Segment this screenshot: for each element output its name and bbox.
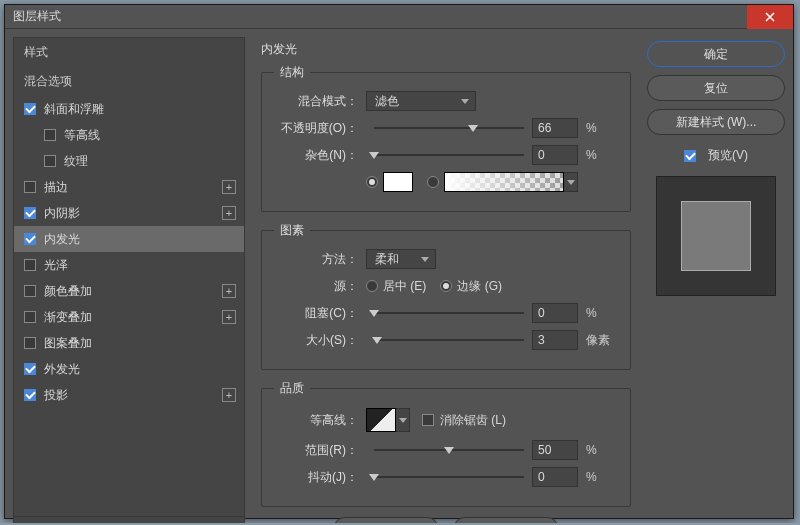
effect-checkbox[interactable] xyxy=(44,129,56,141)
reset-default-button[interactable]: 复位为默认值 xyxy=(453,517,559,523)
effect-checkbox[interactable] xyxy=(44,155,56,167)
sidebar-item-0[interactable]: 斜面和浮雕 xyxy=(14,96,244,122)
noise-slider[interactable] xyxy=(374,145,524,165)
sidebar-item-10[interactable]: 外发光 xyxy=(14,356,244,382)
effect-checkbox[interactable] xyxy=(24,285,36,297)
size-label: 大小(S)： xyxy=(274,332,366,349)
source-edge-radio[interactable]: 边缘 (G) xyxy=(440,278,502,295)
layer-style-dialog: 图层样式 样式 混合选项 斜面和浮雕等高线纹理描边+内阴影+内发光光泽颜色叠加+… xyxy=(4,4,794,519)
contour-label: 等高线： xyxy=(274,412,366,429)
effect-label: 光泽 xyxy=(44,257,236,274)
cancel-button[interactable]: 复位 xyxy=(647,75,785,101)
effect-label: 图案叠加 xyxy=(44,335,236,352)
sidebar-item-9[interactable]: 图案叠加 xyxy=(14,330,244,356)
add-effect-icon[interactable]: + xyxy=(222,284,236,298)
noise-label: 杂色(N)： xyxy=(274,147,366,164)
choke-label: 阻塞(C)： xyxy=(274,305,366,322)
preview-checkbox[interactable] xyxy=(684,150,696,162)
source-center-radio[interactable]: 居中 (E) xyxy=(366,278,426,295)
color-swatch[interactable] xyxy=(383,172,413,192)
close-button[interactable] xyxy=(747,5,793,29)
effect-checkbox[interactable] xyxy=(24,259,36,271)
effect-label: 等高线 xyxy=(64,127,236,144)
ok-button[interactable]: 确定 xyxy=(647,41,785,67)
add-effect-icon[interactable]: + xyxy=(222,206,236,220)
close-icon xyxy=(765,12,775,22)
opacity-input[interactable]: 66 xyxy=(532,118,578,138)
gradient-swatch[interactable] xyxy=(444,172,564,192)
jitter-input[interactable]: 0 xyxy=(532,467,578,487)
sidebar-header-styles[interactable]: 样式 xyxy=(14,38,244,67)
technique-select[interactable]: 柔和 xyxy=(366,249,436,269)
sidebar-item-6[interactable]: 光泽 xyxy=(14,252,244,278)
group-structure: 结构 混合模式： 滤色 不透明度(O)： 66 % 杂色(N)： 0 % xyxy=(261,64,631,212)
antialias-checkbox[interactable] xyxy=(422,414,434,426)
gradient-dropdown[interactable] xyxy=(564,172,578,192)
group-elements: 图素 方法： 柔和 源： 居中 (E) 边缘 (G) 阻塞(C)： 0 % xyxy=(261,222,631,370)
jitter-label: 抖动(J)： xyxy=(274,469,366,486)
effect-label: 投影 xyxy=(44,387,222,404)
contour-picker[interactable] xyxy=(366,408,396,432)
effect-checkbox[interactable] xyxy=(24,311,36,323)
jitter-slider[interactable] xyxy=(374,467,524,487)
opacity-slider[interactable] xyxy=(374,118,524,138)
source-label: 源： xyxy=(274,278,366,295)
effect-checkbox[interactable] xyxy=(24,233,36,245)
choke-slider[interactable] xyxy=(374,303,524,323)
antialias-label: 消除锯齿 (L) xyxy=(440,412,506,429)
opacity-label: 不透明度(O)： xyxy=(274,120,366,137)
effect-label: 斜面和浮雕 xyxy=(44,101,236,118)
effect-checkbox[interactable] xyxy=(24,363,36,375)
sidebar-item-4[interactable]: 内阴影+ xyxy=(14,200,244,226)
technique-label: 方法： xyxy=(274,251,366,268)
blend-mode-select[interactable]: 滤色 xyxy=(366,91,476,111)
new-style-button[interactable]: 新建样式 (W)... xyxy=(647,109,785,135)
effect-label: 内发光 xyxy=(44,231,236,248)
gradient-radio[interactable] xyxy=(427,176,439,188)
effect-label: 内阴影 xyxy=(44,205,222,222)
preview-label: 预览(V) xyxy=(708,147,748,164)
range-slider[interactable] xyxy=(374,440,524,460)
contour-dropdown[interactable] xyxy=(396,408,410,432)
color-radio[interactable] xyxy=(366,176,378,188)
effect-label: 渐变叠加 xyxy=(44,309,222,326)
titlebar: 图层样式 xyxy=(5,5,793,29)
noise-input[interactable]: 0 xyxy=(532,145,578,165)
sidebar-item-2[interactable]: 纹理 xyxy=(14,148,244,174)
sidebar-item-5[interactable]: 内发光 xyxy=(14,226,244,252)
sidebar-item-8[interactable]: 渐变叠加+ xyxy=(14,304,244,330)
sidebar-item-11[interactable]: 投影+ xyxy=(14,382,244,408)
effect-checkbox[interactable] xyxy=(24,389,36,401)
effect-checkbox[interactable] xyxy=(24,181,36,193)
range-label: 范围(R)： xyxy=(274,442,366,459)
size-slider[interactable] xyxy=(374,330,524,350)
panel-title: 内发光 xyxy=(261,41,631,58)
window-title: 图层样式 xyxy=(13,8,61,25)
add-effect-icon[interactable]: + xyxy=(222,388,236,402)
blend-mode-label: 混合模式： xyxy=(274,93,366,110)
choke-input[interactable]: 0 xyxy=(532,303,578,323)
effect-label: 颜色叠加 xyxy=(44,283,222,300)
add-effect-icon[interactable]: + xyxy=(222,310,236,324)
size-input[interactable]: 3 xyxy=(532,330,578,350)
effects-sidebar: 样式 混合选项 斜面和浮雕等高线纹理描边+内阴影+内发光光泽颜色叠加+渐变叠加+… xyxy=(13,37,245,523)
dialog-buttons: 确定 复位 新建样式 (W)... 预览(V) xyxy=(647,37,785,523)
sidebar-item-1[interactable]: 等高线 xyxy=(14,122,244,148)
effect-checkbox[interactable] xyxy=(24,103,36,115)
effect-label: 外发光 xyxy=(44,361,236,378)
group-quality: 品质 等高线： 消除锯齿 (L) 范围(R)： 50 % xyxy=(261,380,631,507)
effect-label: 纹理 xyxy=(64,153,236,170)
effect-checkbox[interactable] xyxy=(24,337,36,349)
range-input[interactable]: 50 xyxy=(532,440,578,460)
sidebar-item-3[interactable]: 描边+ xyxy=(14,174,244,200)
preview-thumbnail xyxy=(656,176,776,296)
sidebar-header-blending[interactable]: 混合选项 xyxy=(14,67,244,96)
make-default-button[interactable]: 设置为默认值 xyxy=(333,517,439,523)
effect-checkbox[interactable] xyxy=(24,207,36,219)
settings-panel: 内发光 结构 混合模式： 滤色 不透明度(O)： 66 % 杂色(N)： 0 xyxy=(253,37,639,523)
sidebar-footer: fx ▾ ▲ ▼ xyxy=(14,516,244,523)
sidebar-item-7[interactable]: 颜色叠加+ xyxy=(14,278,244,304)
add-effect-icon[interactable]: + xyxy=(222,180,236,194)
effect-label: 描边 xyxy=(44,179,222,196)
